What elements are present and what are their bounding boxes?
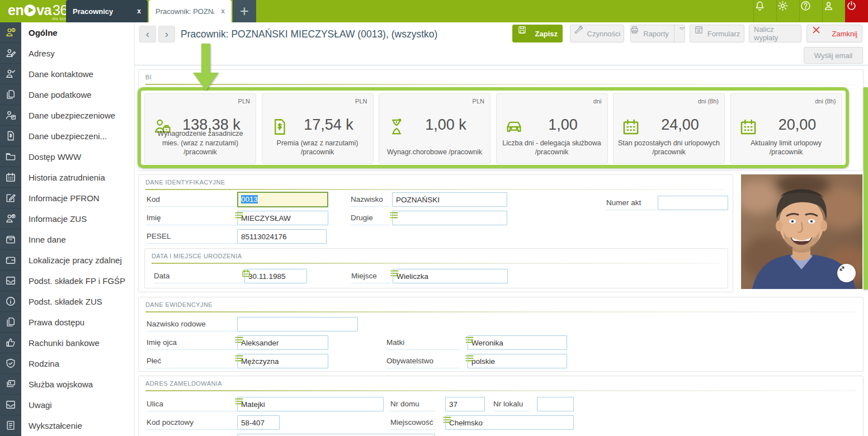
new-tab-button[interactable]: + [233,0,256,22]
obywatelstwo-field [468,354,567,368]
kod-label: Kod [147,193,237,207]
ulica-input[interactable] [237,397,384,411]
wallet-icon [0,250,21,271]
sidebar-item-dane-kontaktowe[interactable]: Dane kontaktowe [0,64,134,84]
matki-input[interactable] [468,335,567,350]
tab-pracownicy[interactable]: Pracownicy x [66,0,148,22]
tab-close-icon[interactable]: x [130,7,141,15]
nazwisko-input[interactable] [392,192,507,207]
sidebar-item-podst-składek-zus[interactable]: Podst. składek ZUS [0,291,134,312]
bi-card-caption: Wynagrodzenie zasadnicze mies. (wraz z n… [148,129,252,157]
bi-card-unit: dni (8h) [698,98,719,105]
settings-button[interactable] [776,0,799,22]
nav-back-button[interactable]: ‹ [139,26,156,42]
address-extra-input[interactable] [237,434,435,436]
nr-domu-label: Nr domu [390,397,435,411]
imie-input[interactable] [237,211,328,225]
nazwisko-rodowe-input[interactable] [237,317,358,331]
employee-photo[interactable] [741,174,862,289]
calendar-icon [0,167,21,188]
bi-card-value: 24,00 [636,116,724,134]
sidebar-item-informacje-zus[interactable]: Informacje ZUS [0,208,134,229]
sidebar-item-inne-dane[interactable]: Inne dane [0,229,134,250]
tab-close-icon[interactable]: x [214,7,225,15]
nr-lokalu-field [537,397,574,411]
actions-button[interactable]: Czynności [570,25,624,42]
sidebar-item-label: Rodzina [29,359,59,368]
bi-card-6[interactable]: dni (8h)20,00Aktualny limit urlopowy /pr… [730,93,842,164]
user-button[interactable] [822,0,845,22]
sidebar-item-podst-składek-fp-i-fgśp[interactable]: Podst. składek FP i FGŚP [0,271,134,291]
send-email-button[interactable]: Wyślij email [804,47,863,64]
sidebar-item-rodzina[interactable]: Rodzina [0,353,134,374]
sidebar-item-uwagi[interactable]: Uwagi [0,395,134,415]
person-badge-icon [0,208,21,229]
sidebar-item-historia-zatrudnienia[interactable]: Historia zatrudnienia [0,167,134,188]
data-field [244,269,307,283]
kod-field[interactable]: 0013 [237,192,328,207]
nr-domu-input[interactable] [445,397,485,411]
bi-section-label: BI [145,74,152,80]
info-circle-icon [0,291,21,312]
address-extra-field [237,434,435,436]
sidebar-item-służba-wojskowa[interactable]: Służba wojskowa [0,374,134,395]
notifications-button[interactable] [753,0,776,22]
matki-label: Matki [386,336,460,350]
folder-icon [0,146,21,167]
sidebar-item-dostęp-www[interactable]: Dostęp WWW [0,146,134,167]
numer-akt-field [658,196,728,210]
sidebar-item-prawa-dostępu[interactable]: Prawa dostępu [0,312,134,333]
sidebar-item-ogólne[interactable]: Ogólne [0,22,134,43]
sidebar-item-adresy[interactable]: Adresy [0,43,134,64]
nazwisko-rodowe-field [237,317,358,331]
sidebar-item-dane-ubezpieczeniowe[interactable]: Dane ubezpieczeniowe [0,105,134,126]
reports-button[interactable]: Raporty [630,25,685,42]
photo-expand-button[interactable] [837,264,856,282]
bi-card-5[interactable]: dni (8h)24,00Stan pozostałych dni urlopo… [613,93,725,164]
imie-ojca-input[interactable] [237,335,328,350]
nav-forward-button[interactable]: › [158,26,175,42]
kod-pocztowy-input[interactable] [237,415,280,430]
drugie-input[interactable] [392,211,507,225]
printer-icon [630,25,639,42]
tab-pracownik-poznanski[interactable]: Pracownik: POZNAŃ... x [149,0,232,22]
miejscowosc-input[interactable] [445,415,574,430]
nazwisko-label: Nazwisko [351,193,390,207]
sidebar-item-label: Historia zatrudnienia [29,173,105,182]
drugie-field [392,211,507,225]
nazwisko-field [392,192,507,207]
obywatelstwo-input[interactable] [468,354,567,368]
help-button[interactable] [799,0,822,22]
bi-card-3[interactable]: PLN1,00 kWynagr.chorobowe /pracownik [379,93,490,164]
numer-akt-input[interactable] [658,196,728,210]
close-button[interactable]: Zamknij [806,25,862,42]
sidebar-item-informacje-pfron[interactable]: Informacje PFRON [0,188,134,208]
nr-lokalu-input[interactable] [537,397,574,411]
bi-card-caption: Liczba dni - delegacja służbowa /pracown… [500,139,604,157]
reports-dropdown-button[interactable] [674,25,686,42]
pesel-input[interactable] [237,229,327,244]
tray-icon [0,395,21,415]
sidebar-item-label: Służba wojskowa [29,380,93,389]
help-icon [800,0,822,22]
plec-input[interactable] [237,354,328,368]
app-logo[interactable]: enva365 dla biznesu [8,2,75,18]
sidebar-item-wykształcenie[interactable]: Wykształcenie [0,415,134,436]
data-input[interactable] [244,269,307,283]
logout-button[interactable] [845,0,868,22]
form-button[interactable]: Formularz [690,25,744,42]
sidebar-item-rachunki-bankowe[interactable]: Rachunki bankowe [0,333,134,353]
bi-card-2[interactable]: PLN17,54 kPremia (wraz z narzutami) /pra… [262,93,374,164]
calculate-payroll-button[interactable]: Nalicz wypłaty [749,25,801,42]
miejscowosc-label: Miejscowość [390,416,435,430]
miejscowosc-field [445,415,574,430]
sidebar-item-dane-ubezpieczeni[interactable]: Dane ubezpieczeni... [0,126,134,146]
miejsce-input[interactable] [393,269,508,283]
sidebar-item-dane-podatkowe[interactable]: Dane podatkowe [0,84,134,105]
bi-card-1[interactable]: PLN138,38 kWynagrodzenie zasadnicze mies… [144,93,256,164]
save-button[interactable]: Zapisz [512,25,563,42]
bi-section: BI PLN138,38 kWynagrodzenie zasadnicze m… [138,69,864,171]
sidebar-item-lokalizacje-pracy-zdalnej[interactable]: Lokalizacje pracy zdalnej [0,250,134,271]
person-edit-icon [0,43,21,64]
bi-card-4[interactable]: dni1,00Liczba dni - delegacja służbowa /… [496,93,608,164]
